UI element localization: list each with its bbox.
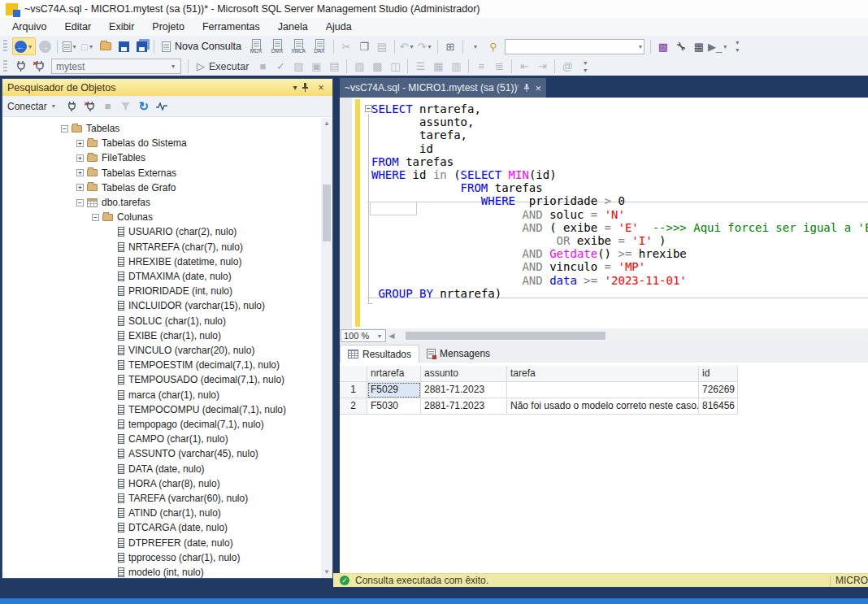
new-query-button[interactable]: Nova Consulta	[158, 37, 245, 55]
copy-icon[interactable]: ❐	[355, 37, 373, 55]
tree-item[interactable]: TEMPOCOMPU (decimal(7,1), nulo)	[107, 402, 286, 417]
xmla-query-button[interactable]: XMLA	[288, 39, 309, 54]
menu-editar[interactable]: Editar	[55, 18, 100, 36]
tree-item[interactable]: −Tabelas	[61, 121, 119, 136]
uncomment-icon[interactable]: ≣	[490, 58, 508, 76]
search-dropdown-icon[interactable]: ▾	[637, 43, 644, 50]
change-type-icon[interactable]: ▨	[289, 58, 307, 76]
command-window-icon[interactable]: ▶_▾	[708, 37, 728, 55]
tree-expander[interactable]: −	[92, 214, 99, 221]
comment-icon[interactable]: ≡	[472, 58, 490, 76]
refresh-icon[interactable]: ↻	[135, 98, 153, 115]
row-number[interactable]: 2	[340, 398, 367, 415]
tree-item[interactable]: ATIND (char(1), nulo)	[107, 506, 221, 520]
search-combobox[interactable]: ▾	[505, 39, 644, 54]
find-icon[interactable]: ⚲	[484, 37, 502, 55]
connect-object-icon[interactable]	[63, 98, 81, 115]
grid-cell[interactable]: Não foi usado o modelo correto neste cas…	[507, 398, 699, 415]
scroll-down-icon[interactable]: ▼	[321, 567, 332, 578]
tree-expander[interactable]: −	[61, 125, 68, 133]
column-header-tarefa[interactable]: tarefa	[507, 366, 699, 382]
query-designer-icon[interactable]: ⊞	[441, 37, 459, 55]
scrollbar-thumb[interactable]	[323, 185, 331, 241]
tree-item[interactable]: TEMPOESTIM (decimal(7,1), nulo)	[107, 358, 280, 372]
tree-item[interactable]: DATA (date, nulo)	[107, 462, 205, 476]
tree-item[interactable]: INCLUIDOR (varchar(15), nulo)	[107, 298, 265, 313]
tree-item[interactable]: NRTAREFA (char(7), nulo)	[107, 240, 243, 254]
tree-item[interactable]: HORA (char(8), nulo)	[107, 476, 220, 491]
tree-item[interactable]: +Tabelas do Sistema	[76, 136, 187, 150]
new-query-window-icon[interactable]: ▾	[61, 37, 79, 55]
tab-pin-icon[interactable]	[523, 84, 530, 92]
disconnect-object-icon[interactable]	[81, 98, 99, 115]
tree-item[interactable]: tpprocesso (char(1), nulo)	[107, 550, 240, 565]
hscrollbar-thumb[interactable]	[406, 332, 605, 340]
parse-icon[interactable]: ✓	[271, 58, 289, 76]
grid-cell[interactable]: F5030	[367, 398, 421, 415]
row-number[interactable]: 1	[340, 382, 367, 398]
editor-hscrollbar[interactable]	[397, 330, 866, 341]
results-to-file-icon[interactable]: ▥	[447, 58, 465, 76]
tree-expander[interactable]: +	[76, 154, 84, 162]
connect-button[interactable]: Conectar ▾	[7, 101, 57, 112]
save-all-icon[interactable]	[132, 37, 150, 55]
tree-item[interactable]: tempopago (decimal(7,1), nulo)	[107, 417, 264, 432]
menu-projeto[interactable]: Projeto	[143, 18, 193, 36]
open-file-icon[interactable]	[97, 37, 115, 55]
database-combobox[interactable]: mytest ▾	[51, 59, 181, 74]
dax-query-button[interactable]: DAX	[309, 39, 330, 54]
column-header-assunto[interactable]: assunto	[421, 366, 507, 382]
tree-expander[interactable]: +	[76, 184, 84, 191]
client-stats-icon[interactable]: ◫	[386, 58, 404, 76]
menu-arquivo[interactable]: Arquivo	[3, 18, 55, 36]
redo-icon[interactable]: ↷▾	[416, 37, 434, 55]
tree-item[interactable]: ASSUNTO (varchar(45), nulo)	[107, 446, 258, 461]
menu-ferramentas[interactable]: Ferramentas	[193, 18, 269, 36]
menu-ajuda[interactable]: Ajuda	[317, 18, 361, 36]
intellisense-icon[interactable]: ▤	[325, 58, 343, 76]
tree-item[interactable]: DTCARGA (date, nulo)	[107, 520, 228, 535]
toolbar2-overflow-icon[interactable]: ▾▾	[576, 58, 594, 76]
paste-icon[interactable]: ▤	[373, 37, 391, 55]
tree-item[interactable]: TEMPOUSADO (decimal(7,1), nulo)	[107, 372, 284, 387]
disconnect-icon[interactable]	[30, 58, 48, 76]
tree-item[interactable]: PRIORIDADE (int, nulo)	[107, 284, 232, 298]
column-header-nrtarefa[interactable]: nrtarefa	[367, 366, 421, 382]
grid-cell[interactable]: 2881-71.2023	[421, 398, 507, 415]
close-icon[interactable]: ×	[315, 82, 328, 93]
connect-icon[interactable]	[12, 58, 30, 76]
tree-item[interactable]: HREXIBE (datetime, nulo)	[107, 254, 241, 269]
tab-resultados[interactable]: Resultados	[340, 345, 419, 363]
window-position-icon[interactable]: ▾	[289, 83, 302, 92]
document-tab[interactable]: ~vsC74A.sql - MICRO1.mytest (sa (51))* ×	[340, 78, 546, 98]
results-to-grid-icon[interactable]: ▦	[429, 58, 447, 76]
zoom-dropdown-icon[interactable]: ▾	[376, 332, 383, 340]
live-stats-icon[interactable]: ▩	[368, 58, 386, 76]
tree-item[interactable]: VINCULO (varchar(20), nulo)	[107, 343, 254, 358]
scroll-left-icon[interactable]: ◀	[386, 332, 397, 340]
tree-item[interactable]: modelo (int, nulo)	[107, 565, 204, 578]
sql-code[interactable]: SELECT nrtarefa, assunto, tarefa, idFROM…	[371, 102, 868, 300]
object-explorer-titlebar[interactable]: Pesquisador de Objetos ▾ ×	[2, 79, 332, 96]
save-icon[interactable]	[115, 37, 132, 55]
mdx-query-button[interactable]: MDX	[245, 39, 267, 54]
tree-item[interactable]: TAREFA (varchar(60), nulo)	[107, 491, 248, 506]
forward-icon[interactable]: →	[39, 41, 51, 53]
open-recent-icon[interactable]: □▾	[79, 37, 97, 55]
tree-item[interactable]: CAMPO (char(1), nulo)	[107, 432, 228, 446]
grid-cell[interactable]: 816456	[699, 398, 738, 415]
tree-scrollbar[interactable]: ▲ ▼	[321, 118, 332, 578]
column-header-id[interactable]: id	[699, 366, 738, 382]
database-dropdown-icon[interactable]: ▾	[170, 63, 176, 70]
tab-close-icon[interactable]: ×	[535, 82, 541, 94]
undo-icon[interactable]: ↶▾	[398, 37, 416, 55]
menu-janela[interactable]: Janela	[269, 18, 317, 36]
menu-exibir[interactable]: Exibir	[100, 18, 143, 36]
tree-item[interactable]: −dbo.tarefas	[76, 195, 150, 210]
tab-mensagens[interactable]: Mensagens	[419, 345, 497, 363]
sql-editor[interactable]: − SELECT nrtarefa, assunto, tarefa, idFR…	[340, 98, 868, 328]
execute-button[interactable]: ▷ Executar	[192, 58, 254, 76]
tree-item[interactable]: marca (char(1), nulo)	[107, 388, 219, 402]
scroll-up-icon[interactable]: ▲	[321, 118, 332, 129]
grid-cell[interactable]	[507, 382, 699, 398]
